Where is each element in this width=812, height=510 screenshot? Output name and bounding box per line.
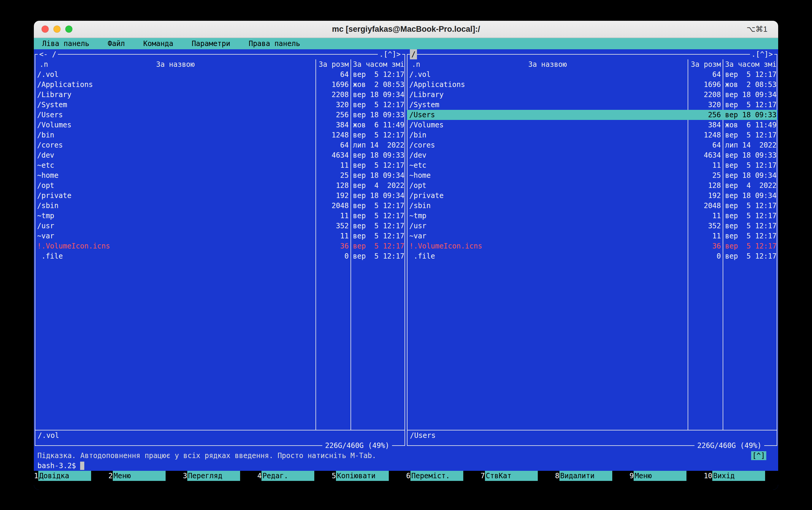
file-row[interactable]: /System 320 вер 5 12:17 bbox=[35, 100, 405, 110]
column-header-mtime[interactable]: За часом змі bbox=[351, 59, 405, 69]
right-panel-path[interactable]: / bbox=[410, 49, 417, 59]
file-mtime: вер 5 12:17 bbox=[723, 69, 777, 80]
file-row[interactable]: ~var 11 вер 5 12:17 bbox=[35, 231, 405, 241]
file-row[interactable]: /sbin 2048 вер 5 12:17 bbox=[407, 201, 777, 211]
function-key-button[interactable]: 6 Переміст. bbox=[406, 471, 481, 481]
column-header-name[interactable]: .nЗа назвою bbox=[407, 59, 688, 69]
file-row[interactable]: ~etc 11 вер 5 12:17 bbox=[35, 160, 405, 170]
left-panel-updir-button[interactable]: .[^]> bbox=[378, 49, 402, 59]
left-panel-mini-status: /.vol bbox=[35, 430, 405, 441]
function-key-button[interactable]: 3 Перегляд bbox=[183, 471, 257, 481]
file-row[interactable]: /dev 4634 вер 18 09:33 bbox=[407, 150, 777, 160]
file-size: 384 bbox=[688, 120, 723, 130]
file-name: ~home bbox=[407, 170, 688, 180]
function-key-button[interactable]: 8 Видалити bbox=[555, 471, 630, 481]
file-row[interactable]: /Users 256 вер 18 09:33 bbox=[35, 110, 405, 120]
file-mtime: вер 5 12:17 bbox=[351, 201, 405, 211]
file-row[interactable]: /bin 1248 вер 5 12:17 bbox=[35, 130, 405, 140]
function-key-button[interactable]: 9 Меню bbox=[629, 471, 704, 481]
file-row[interactable]: /System 320 вер 5 12:17 bbox=[407, 100, 777, 110]
column-header-name-label: За назвою bbox=[407, 59, 688, 69]
file-mtime: вер 5 12:17 bbox=[351, 100, 405, 110]
file-row[interactable]: /sbin 2048 вер 5 12:17 bbox=[35, 201, 405, 211]
file-row[interactable]: ~home 25 вер 18 09:34 bbox=[407, 170, 777, 180]
file-mtime: вер 18 09:34 bbox=[351, 191, 405, 201]
file-row[interactable]: ~etc 11 вер 5 12:17 bbox=[407, 160, 777, 170]
function-key-button[interactable]: 7 СтвКат bbox=[481, 471, 555, 481]
function-key-button[interactable]: 5 Копіювати bbox=[331, 471, 406, 481]
file-row[interactable]: ~tmp 11 вер 5 12:17 bbox=[35, 211, 405, 221]
function-key-button[interactable]: 2 Меню bbox=[108, 471, 183, 481]
file-mtime: вер 18 09:34 bbox=[723, 191, 777, 201]
function-key-button[interactable]: 4 Редаг. bbox=[257, 471, 331, 481]
function-key-button[interactable]: 1 Довідка bbox=[34, 471, 108, 481]
file-row[interactable]: /Volumes 384 жов 6 11:49 bbox=[35, 120, 405, 130]
file-row[interactable]: /Users 256 вер 18 09:33 bbox=[407, 110, 777, 120]
file-size: 64 bbox=[316, 69, 351, 80]
file-mtime: лип 14 2022 bbox=[723, 140, 777, 150]
file-row[interactable]: /Library 2208 вер 18 09:34 bbox=[35, 90, 405, 100]
file-row[interactable]: ~tmp 11 вер 5 12:17 bbox=[407, 211, 777, 221]
file-row[interactable]: /cores 64 лип 14 2022 bbox=[407, 140, 777, 150]
file-row[interactable]: ~home 25 вер 18 09:34 bbox=[35, 170, 405, 180]
column-header-mtime[interactable]: За часом змі bbox=[723, 59, 777, 69]
file-row[interactable]: /.vol 64 вер 5 12:17 bbox=[407, 69, 777, 80]
function-key-label: Копіювати bbox=[336, 471, 389, 481]
file-mtime: вер 5 12:17 bbox=[723, 241, 777, 251]
minimize-button[interactable] bbox=[53, 26, 61, 33]
file-row[interactable]: .file 0 вер 5 12:17 bbox=[35, 251, 405, 261]
file-row[interactable]: /Library 2208 вер 18 09:34 bbox=[407, 90, 777, 100]
file-row[interactable]: /Applications 1696 жов 2 08:53 bbox=[407, 80, 777, 90]
file-row[interactable]: /bin 1248 вер 5 12:17 bbox=[407, 130, 777, 140]
file-row[interactable]: .file 0 вер 5 12:17 bbox=[407, 251, 777, 261]
file-row[interactable]: /usr 352 вер 5 12:17 bbox=[35, 221, 405, 231]
menu-item-file[interactable]: Файл bbox=[108, 38, 125, 49]
file-mtime: жов 6 11:49 bbox=[351, 120, 405, 130]
file-row[interactable]: /cores 64 лип 14 2022 bbox=[35, 140, 405, 150]
file-mtime: вер 5 12:17 bbox=[723, 251, 777, 261]
file-row[interactable]: /.vol 64 вер 5 12:17 bbox=[35, 69, 405, 80]
mc-menu-bar: Ліва панель Файл Команда Параметри Права… bbox=[34, 38, 778, 49]
right-panel-updir-button[interactable]: .[^]> bbox=[750, 49, 774, 59]
file-row[interactable]: /usr 352 вер 5 12:17 bbox=[407, 221, 777, 231]
file-row[interactable]: /Applications 1696 жов 2 08:53 bbox=[35, 80, 405, 90]
menu-item-command[interactable]: Команда bbox=[143, 38, 173, 49]
file-name: ~tmp bbox=[407, 211, 688, 221]
left-panel-path[interactable]: <- / bbox=[38, 49, 58, 59]
history-button[interactable]: [^] bbox=[751, 451, 766, 460]
zoom-button[interactable] bbox=[65, 26, 72, 33]
command-line[interactable]: bash-3.2$ bbox=[34, 461, 778, 471]
menu-item-options[interactable]: Параметри bbox=[192, 38, 230, 49]
right-panel-file-area: .nЗа назвою За розм За часом змі /.vol 6… bbox=[407, 59, 777, 430]
file-name: /Users bbox=[407, 110, 688, 120]
file-row[interactable]: ~var 11 вер 5 12:17 bbox=[407, 231, 777, 241]
file-size: 1248 bbox=[316, 130, 351, 140]
left-panel-file-area: .nЗа назвою За розм За часом змі /.vol 6… bbox=[35, 59, 405, 430]
file-row[interactable]: /Volumes 384 жов 6 11:49 bbox=[407, 120, 777, 130]
file-row[interactable]: /opt 128 вер 4 2022 bbox=[407, 180, 777, 191]
left-panel: <- / .[^]> .nЗа назвою За розм За часом … bbox=[35, 49, 405, 451]
column-header-size[interactable]: За розм bbox=[316, 59, 351, 69]
column-header-size[interactable]: За розм bbox=[688, 59, 723, 69]
function-key-button[interactable]: 10 Вихід bbox=[704, 471, 778, 481]
close-button[interactable] bbox=[41, 26, 49, 33]
file-mtime: вер 5 12:17 bbox=[351, 231, 405, 241]
file-row[interactable]: !.VolumeIcon.icns 36 вер 5 12:17 bbox=[35, 241, 405, 251]
left-panel-bottom-frame: 226G/460G (49%) bbox=[35, 441, 405, 451]
hint-bar: Підказка. Автодоповнення працює у всіх р… bbox=[34, 451, 778, 461]
window-title: mc [sergiyfakas@MacBook-Pro.local]:/ bbox=[332, 25, 480, 34]
file-row[interactable]: /private 192 вер 18 09:34 bbox=[35, 191, 405, 201]
menu-item-left-panel[interactable]: Ліва панель bbox=[42, 38, 89, 49]
menu-item-right-panel[interactable]: Права панель bbox=[249, 38, 300, 49]
column-header-name[interactable]: .nЗа назвою bbox=[35, 59, 316, 69]
file-row[interactable]: !.VolumeIcon.icns 36 вер 5 12:17 bbox=[407, 241, 777, 251]
file-row[interactable]: /private 192 вер 18 09:34 bbox=[407, 191, 777, 201]
function-key-label: Редаг. bbox=[261, 471, 314, 481]
file-size: 11 bbox=[688, 211, 723, 221]
file-row[interactable]: /opt 128 вер 4 2022 bbox=[35, 180, 405, 191]
file-name: !.VolumeIcon.icns bbox=[35, 241, 316, 251]
file-row[interactable]: /dev 4634 вер 18 09:33 bbox=[35, 150, 405, 160]
function-key-bar: 1 Довідка 2 Меню 3 Перегляд 4 Редаг. bbox=[34, 471, 778, 481]
file-mtime: вер 18 09:34 bbox=[351, 170, 405, 180]
file-mtime: вер 18 09:34 bbox=[723, 170, 777, 180]
